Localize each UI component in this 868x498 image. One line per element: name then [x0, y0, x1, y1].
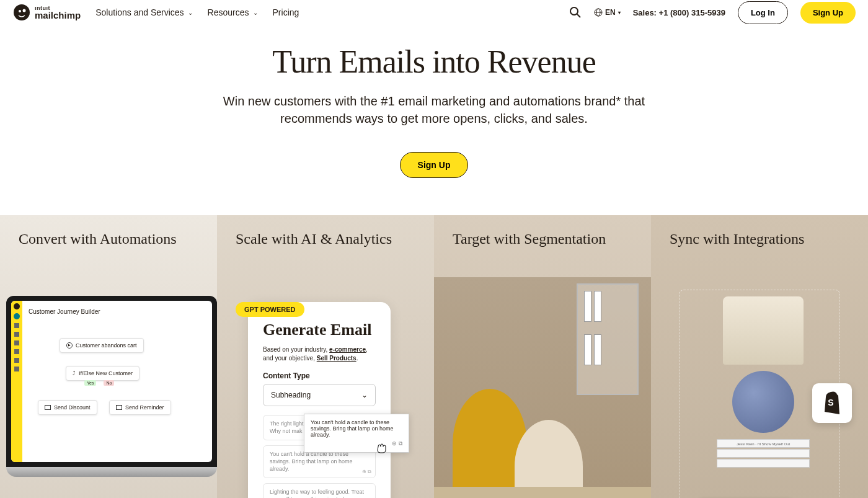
gpt-badge: GPT POWERED [236, 302, 304, 317]
suggestion-tooltip: You can't hold a candle to these savings… [304, 414, 409, 453]
language-selector[interactable]: EN ▾ [594, 8, 621, 17]
svg-point-0 [14, 4, 30, 20]
plus-icon: ⊕ [392, 440, 397, 447]
laptop-base [6, 467, 217, 477]
chevron-down-icon: ⌄ [253, 9, 258, 16]
svg-line-4 [577, 14, 580, 17]
branch-icon: ⤴ [73, 370, 76, 376]
text-option-3[interactable]: Lighting the way to feeling good. Treat … [263, 483, 376, 498]
journey-node-condition: ⤴ If/Else New Customer [66, 366, 140, 381]
lamp-base [732, 371, 794, 433]
freddie-icon [12, 3, 31, 22]
sidebar-item-icon [14, 332, 19, 337]
sidebar-item-icon [14, 323, 19, 328]
envelope-icon [116, 405, 122, 410]
nav-solutions[interactable]: Solutions and Services ⌄ [95, 7, 192, 17]
hero-section: Turn Emails into Revenue Win new custome… [0, 25, 868, 215]
header-left: ıntuıt mailchimp Solutions and Services … [12, 3, 299, 22]
condition-labels: Yes No [84, 380, 114, 386]
hero-signup-button[interactable]: Sign Up [400, 152, 469, 178]
product-frame: Jessi Klein · I'll Show Myself Out S [679, 290, 840, 498]
svg-point-2 [23, 9, 26, 12]
card-description: Based on your industry, e-commerce, and … [263, 345, 376, 363]
hero-subtitle: Win new customers with the #1 email mark… [217, 92, 651, 127]
shopify-icon: S [821, 391, 843, 416]
journey-node-trigger: Customer abandons cart [60, 338, 144, 353]
sidebar-item-icon [14, 349, 19, 354]
mailchimp-logo[interactable]: ıntuıt mailchimp [12, 3, 81, 22]
sidebar-logo-icon [14, 303, 20, 309]
shelf [577, 283, 639, 395]
feature-integrations[interactable]: Sync with Integrations Jessi Klein · I'l… [651, 215, 868, 498]
generate-email-card: Generate Email Based on your industry, e… [248, 302, 391, 498]
journey-title: Customer Journey Builder [29, 308, 206, 315]
binder [584, 334, 591, 365]
journey-canvas: Customer Journey Builder Customer abando… [22, 301, 212, 462]
laptop-mockup: Customer Journey Builder Customer abando… [6, 296, 217, 477]
globe-icon [594, 8, 603, 17]
features-grid: Convert with Automations Custo [0, 215, 868, 498]
no-label: No [104, 380, 114, 386]
sidebar-active-icon [14, 313, 20, 319]
sidebar-item-icon [14, 358, 19, 363]
people-photo [434, 277, 651, 498]
svg-point-1 [19, 10, 21, 12]
desk [434, 487, 651, 498]
yes-label: Yes [84, 380, 96, 386]
plus-icon: ⊕ [362, 469, 366, 474]
content-type-select[interactable]: Subheading ⌄ [263, 384, 376, 406]
sales-phone[interactable]: Sales: +1 (800) 315-5939 [633, 8, 725, 17]
caret-down-icon: ▾ [618, 10, 621, 16]
sidebar-item-icon [14, 367, 19, 371]
lampshade [723, 296, 804, 365]
nav-resources[interactable]: Resources ⌄ [208, 7, 258, 17]
books-stack: Jessi Klein · I'll Show Myself Out [717, 439, 810, 469]
feature-title: Scale with AI & Analytics [236, 231, 415, 247]
book [717, 449, 810, 458]
feature-title: Target with Segmentation [453, 231, 632, 247]
brand-bottom: mailchimp [35, 10, 81, 20]
header-right: EN ▾ Sales: +1 (800) 315-5939 Log In Sig… [569, 1, 856, 24]
binder [594, 334, 601, 365]
main-nav: Solutions and Services ⌄ Resources ⌄ Pri… [95, 7, 299, 17]
feature-automations[interactable]: Convert with Automations Custo [0, 215, 217, 498]
login-button[interactable]: Log In [738, 1, 788, 24]
site-header: ıntuıt mailchimp Solutions and Services … [0, 0, 868, 25]
binder [594, 291, 601, 322]
feature-title: Convert with Automations [19, 231, 198, 247]
chevron-down-icon: ⌄ [188, 9, 193, 16]
nav-pricing[interactable]: Pricing [273, 7, 299, 17]
journey-node-reminder: Send Reminder [109, 400, 171, 415]
search-icon[interactable] [569, 6, 582, 19]
hero-title: Turn Emails into Revenue [12, 43, 856, 80]
card-title: Generate Email [263, 321, 376, 339]
binder [584, 291, 591, 322]
play-icon [66, 342, 73, 349]
sidebar-item-icon [14, 340, 19, 345]
feature-ai-analytics[interactable]: Scale with AI & Analytics GPT POWERED Ge… [217, 215, 434, 498]
content-type-label: Content Type [263, 371, 376, 380]
grab-cursor-icon [375, 442, 388, 454]
signup-button[interactable]: Sign Up [800, 2, 856, 24]
feature-segmentation[interactable]: Target with Segmentation [434, 215, 651, 498]
copy-icon: ⧉ [399, 440, 402, 447]
book: Jessi Klein · I'll Show Myself Out [717, 439, 810, 448]
journey-node-discount: Send Discount [38, 400, 97, 415]
envelope-icon [45, 405, 51, 410]
svg-text:S: S [828, 398, 833, 407]
book [717, 459, 810, 468]
shopify-badge: S [812, 383, 852, 423]
svg-point-3 [570, 7, 578, 15]
copy-icon: ⧉ [368, 469, 371, 474]
journey-sidebar [11, 301, 22, 462]
feature-title: Sync with Integrations [670, 231, 849, 247]
chevron-down-icon: ⌄ [361, 391, 368, 399]
